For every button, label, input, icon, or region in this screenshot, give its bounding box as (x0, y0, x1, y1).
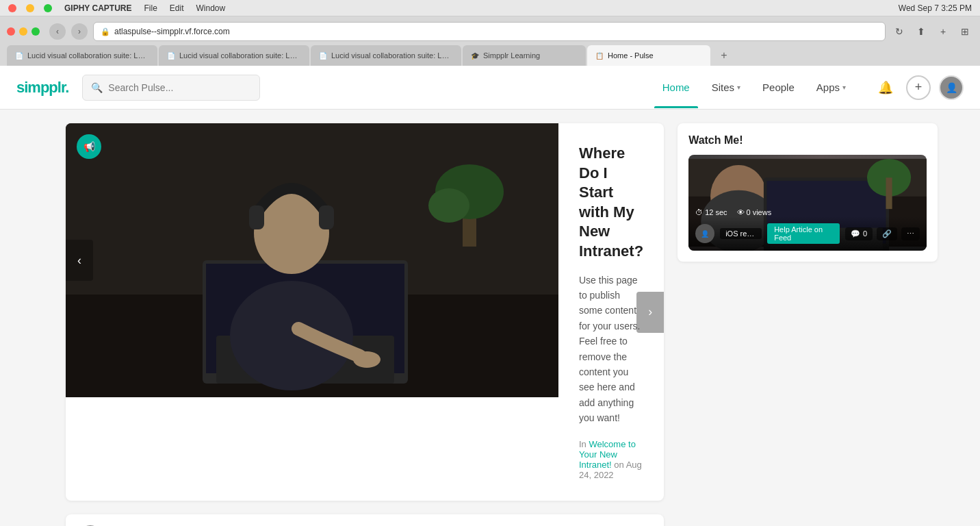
views-count: 0 (747, 208, 751, 216)
window-minimize[interactable] (19, 27, 27, 36)
duration-unit: sec (715, 208, 727, 216)
megaphone-icon: 📢 (83, 141, 95, 152)
tab-4-favicon: 🎓 (471, 52, 479, 60)
tab-5-favicon: 📋 (595, 52, 604, 60)
featured-title: Where Do I Start with My New Intranet? (579, 144, 643, 262)
nav-apps[interactable]: Apps ▾ (808, 76, 854, 99)
add-tab-button[interactable]: + (714, 45, 734, 66)
url-text: atlaspulse--simpplr.vf.force.com (114, 27, 230, 36)
menu-edit[interactable]: Edit (170, 3, 184, 13)
search-input[interactable] (108, 82, 251, 93)
lock-icon: 🔒 (101, 27, 110, 36)
left-column: 📢 ‹ Where Do I Start with My New Intrane… (66, 123, 664, 526)
video-stats: ⏱ 12 sec 👁 0 views (695, 208, 771, 216)
duration-value: 12 (705, 208, 713, 216)
video-duration: ⏱ 12 sec (695, 208, 727, 216)
avatar-image: 👤 (946, 82, 957, 93)
maximize-dot[interactable] (44, 4, 52, 12)
close-dot[interactable] (8, 4, 16, 12)
tab-2-favicon: 📄 (167, 52, 175, 60)
share-button[interactable]: ⬆ (913, 23, 929, 40)
right-column: Watch Me! (678, 123, 938, 526)
apps-chevron: ▾ (842, 84, 846, 91)
notifications-button[interactable]: 🔔 (873, 75, 898, 100)
author-avatar-icon: 👤 (701, 230, 709, 238)
menu-file[interactable]: File (144, 3, 157, 13)
comment-count: 0 (863, 229, 867, 238)
tab-3-title: Lucid visual collaboration suite: Log in (331, 51, 453, 60)
tab-4-title: Simpplr Learning (483, 51, 578, 60)
app-content: simpplr. 🔍 Home Sites ▾ People Apps ▾ 🔔 … (0, 66, 980, 526)
url-bar[interactable]: 🔒 atlaspulse--simpplr.vf.force.com (93, 22, 886, 41)
minimize-dot[interactable] (26, 4, 34, 12)
video-title-chip: iOS reco... (720, 228, 762, 239)
nav-people[interactable]: People (754, 76, 803, 99)
browser-tab-4[interactable]: 🎓 Simpplr Learning (463, 45, 586, 66)
watch-me-title: Watch Me! (688, 134, 927, 147)
views-label: views (753, 208, 772, 216)
user-avatar[interactable]: 👤 (939, 75, 964, 100)
post-composer: 👤 📢 (66, 514, 664, 526)
create-button[interactable]: + (906, 75, 931, 100)
browser-tab-5[interactable]: 📋 Home - Pulse (587, 45, 710, 66)
tab-1-favicon: 📄 (15, 52, 23, 60)
video-action-buttons: 💬 0 🔗 ⋯ (845, 227, 920, 240)
browser-chrome: ‹ › 🔒 atlaspulse--simpplr.vf.force.com ↻… (0, 16, 980, 66)
menu-window[interactable]: Window (196, 3, 226, 13)
video-comment-button[interactable]: 💬 0 (845, 227, 873, 240)
svg-rect-13 (66, 123, 558, 397)
tab-overview-button[interactable]: ⊞ (957, 23, 973, 40)
mac-os-bar: GIPHY CAPTURE File Edit Window Wed Sep 7… (0, 0, 980, 16)
window-close[interactable] (7, 27, 15, 36)
window-controls (7, 27, 40, 36)
nav-home[interactable]: Home (654, 76, 698, 99)
mac-traffic-lights (8, 4, 52, 12)
svg-rect-22 (886, 177, 892, 209)
tab-2-title: Lucid visual collaboration suite: Log in (179, 51, 301, 60)
browser-tab-1[interactable]: 📄 Lucid visual collaboration suite: Log … (7, 45, 157, 66)
eye-icon: 👁 (737, 208, 745, 216)
tab-5-title: Home - Pulse (608, 51, 702, 60)
app-name: GIPHY CAPTURE (64, 3, 131, 13)
featured-icon-badge: 📢 (77, 134, 101, 159)
clock-icon: ⏱ (695, 208, 703, 216)
forward-button[interactable]: › (71, 23, 88, 40)
video-more-button[interactable]: ⋯ (901, 227, 920, 240)
browser-tab-2[interactable]: 📄 Lucid visual collaboration suite: Log … (159, 45, 309, 66)
nav-sites[interactable]: Sites ▾ (704, 76, 749, 99)
page-layout: 📢 ‹ Where Do I Start with My New Intrane… (66, 123, 914, 526)
back-button[interactable]: ‹ (49, 23, 66, 40)
main-content: 📢 ‹ Where Do I Start with My New Intrane… (52, 110, 928, 526)
browser-tabs: 📄 Lucid visual collaboration suite: Log … (7, 45, 973, 66)
video-overlay: 👤 iOS reco... Help Article on Feed 💬 0 (688, 216, 927, 251)
tab-3-favicon: 📄 (319, 52, 327, 60)
featured-in-label: In (579, 439, 586, 449)
featured-description: Use this page to publish some content fo… (579, 273, 643, 426)
simpplr-logo[interactable]: simpplr. (16, 79, 68, 97)
browser-controls: ‹ › 🔒 atlaspulse--simpplr.vf.force.com ↻… (7, 22, 973, 41)
video-link-button[interactable]: 🔗 (877, 227, 897, 240)
article-on-feed-badge: Help Article on Feed (767, 223, 840, 244)
search-icon: 🔍 (91, 82, 103, 93)
browser-tab-3[interactable]: 📄 Lucid visual collaboration suite: Log … (311, 45, 461, 66)
hero-image (66, 123, 558, 397)
prev-slide-button[interactable]: ‹ (66, 240, 93, 281)
next-slide-button[interactable]: › (636, 292, 664, 333)
hero-svg (66, 123, 558, 397)
main-nav: Home Sites ▾ People Apps ▾ (654, 76, 854, 99)
featured-image-wrapper: 📢 ‹ (66, 123, 558, 397)
featured-footer: In Welcome to Your New Intranet! on Aug … (579, 439, 643, 480)
new-tab-button[interactable]: + (935, 23, 951, 40)
time-display: Wed Sep 7 3:25 PM (899, 3, 972, 13)
featured-section: 📢 ‹ Where Do I Start with My New Intrane… (66, 123, 664, 501)
app-header: simpplr. 🔍 Home Sites ▾ People Apps ▾ 🔔 … (0, 66, 980, 110)
nav-icons: 🔔 + 👤 (873, 75, 964, 100)
window-maximize[interactable] (31, 27, 40, 36)
mac-status-bar: Wed Sep 7 3:25 PM (899, 3, 972, 13)
sites-chevron: ▾ (737, 84, 740, 91)
refresh-button[interactable]: ↻ (891, 23, 907, 40)
watch-me-section: Watch Me! (678, 123, 938, 262)
featured-on-label: on (614, 460, 626, 470)
search-bar[interactable]: 🔍 (82, 75, 260, 101)
video-views: 👁 0 views (737, 208, 772, 216)
